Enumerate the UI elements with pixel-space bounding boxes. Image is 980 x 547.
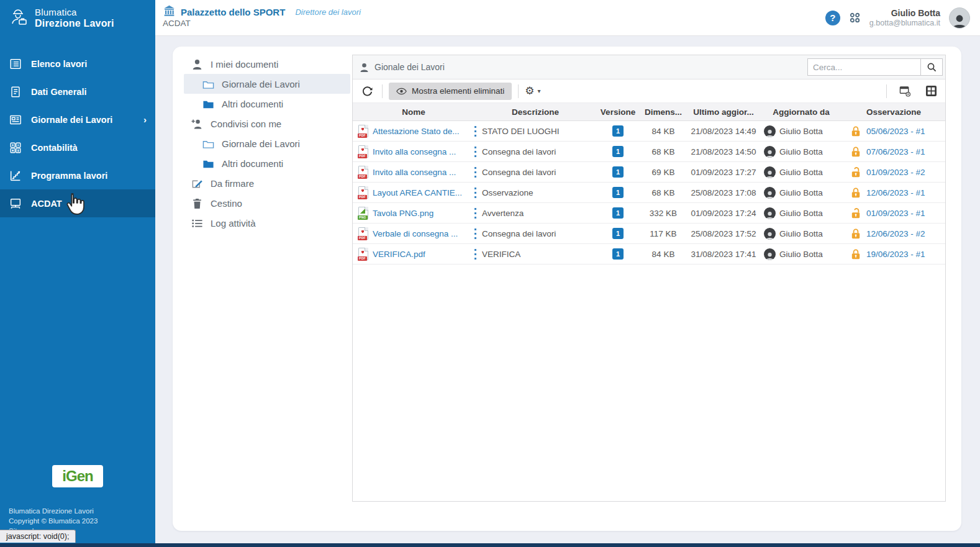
content-card: I miei documenti Giornale dei Lavori Alt…	[173, 47, 961, 531]
tree-item-da-firmare[interactable]: Da firmare	[184, 173, 350, 193]
sidebar-nav: Elenco lavori Dati Generali Giornale dei…	[0, 50, 155, 217]
toolbar-divider	[382, 84, 383, 98]
column-header-descrizione[interactable]: Descrizione	[474, 107, 596, 117]
brand-line2: Direzione Lavori	[35, 18, 114, 29]
calculator-icon	[9, 141, 22, 155]
tree-item-altri-documenti[interactable]: Altri documenti	[184, 94, 350, 114]
column-drag-handle-icon	[474, 208, 476, 219]
version-badge: 1	[612, 166, 624, 178]
observation-link[interactable]: 12/06/2023 - #2	[866, 229, 925, 238]
column-header-nome[interactable]: Nome	[353, 107, 474, 117]
sidebar-item-dati-generali[interactable]: Dati Generali	[0, 78, 155, 106]
apps-grid-icon[interactable]	[849, 12, 861, 24]
grid-view-button[interactable]	[923, 83, 939, 99]
building-icon	[163, 4, 176, 20]
user-avatar[interactable]	[949, 7, 970, 29]
table-row[interactable]: PDF Verbale di consegna ... Consegna dei…	[353, 224, 945, 244]
brand-line1: Blumatica	[35, 7, 114, 18]
topbar: Palazzetto dello SPORT Direttore dei lav…	[155, 0, 980, 36]
gantt-chart-icon	[9, 169, 22, 183]
column-header-versione[interactable]: Versione	[596, 107, 640, 117]
table-row[interactable]: PDF Attestazione Stato de... STATO DEI L…	[353, 121, 945, 142]
file-name-link[interactable]: Attestazione Stato de...	[373, 127, 460, 136]
version-badge: 1	[612, 125, 624, 137]
updated-by: Giulio Botta	[779, 168, 823, 177]
file-type-icon: PNG	[358, 207, 368, 220]
folder-open-icon	[202, 79, 214, 89]
table-row[interactable]: PDF VERIFICA.pdf VERIFICA 1 84 KB 31/08/…	[353, 244, 945, 264]
search-button[interactable]	[920, 58, 943, 76]
table-row[interactable]: PDF Layout AREA CANTIE... Osservazione 1…	[353, 183, 945, 203]
settings-dropdown[interactable]: ⚙ ▾	[525, 86, 540, 96]
row-avatar	[764, 207, 776, 219]
acdat-network-icon	[9, 197, 22, 210]
updated-at: 01/09/2023 17:24	[687, 209, 760, 218]
lock-icon	[851, 125, 861, 137]
updated-by: Giulio Botta	[779, 250, 823, 259]
observation-link[interactable]: 05/06/2023 - #1	[866, 127, 925, 136]
file-type-icon: PDF	[358, 145, 368, 158]
column-drag-handle-icon	[474, 188, 476, 198]
version-badge: 1	[612, 228, 624, 239]
lock-open-icon	[851, 207, 861, 219]
column-chooser-button[interactable]	[897, 83, 914, 99]
sidebar-item-acdat[interactable]: ACDAT	[0, 189, 155, 217]
tree-item-condivisi-con-me[interactable]: Condivisi con me	[184, 114, 350, 133]
file-name-link[interactable]: Verbale di consegna ...	[373, 229, 458, 238]
file-size: 68 KB	[640, 147, 687, 156]
toolbar-divider	[886, 84, 887, 98]
file-type-icon: PDF	[358, 125, 368, 138]
gear-icon: ⚙	[525, 86, 534, 96]
file-size: 69 KB	[640, 168, 687, 177]
sidebar-item-programma-lavori[interactable]: Programma lavori	[0, 161, 155, 189]
column-header-dimensione[interactable]: Dimens...	[640, 107, 687, 117]
column-header-osservazione[interactable]: Osservazione	[842, 107, 945, 117]
file-name-link[interactable]: Layout AREA CANTIE...	[373, 188, 462, 197]
observation-link[interactable]: 07/06/2023 - #1	[866, 147, 925, 156]
show-deleted-button[interactable]: Mostra elementi eliminati	[389, 83, 512, 100]
file-name-link[interactable]: Invito alla consegna ...	[373, 147, 456, 156]
sidebar-item-giornale-dei-lavori[interactable]: Giornale dei Lavori ›	[0, 106, 155, 133]
file-type-icon: PDF	[358, 186, 368, 199]
search-input[interactable]	[807, 58, 920, 76]
status-tooltip: javascript: void(0);	[0, 530, 76, 543]
page-bottom-bar	[0, 543, 980, 547]
table-row[interactable]: PNG Tavola PNG.png Avvertenza 1 332 KB 0…	[353, 203, 945, 224]
updated-at: 21/08/2023 14:49	[687, 127, 760, 136]
lock-icon	[851, 187, 861, 199]
sidebar-item-label: Elenco lavori	[31, 59, 87, 69]
row-avatar	[764, 187, 776, 199]
grid-view-icon	[926, 86, 937, 96]
row-avatar	[764, 166, 776, 178]
file-name-link[interactable]: VERIFICA.pdf	[373, 250, 425, 259]
sidebar-item-label: Dati Generali	[31, 87, 86, 97]
table-row[interactable]: PDF Invito alla consegna ... Consegna de…	[353, 162, 945, 183]
tree-item-log-attivita[interactable]: Log attività	[184, 213, 350, 233]
documents-panel: Gionale dei Lavori	[352, 55, 946, 502]
file-name-link[interactable]: Tavola PNG.png	[373, 209, 433, 218]
help-button[interactable]: ?	[825, 11, 840, 25]
observation-link[interactable]: 19/06/2023 - #1	[866, 250, 925, 259]
newspaper-icon	[9, 113, 22, 127]
sidebar-item-contabilita[interactable]: Contabilità	[0, 133, 155, 161]
sidebar-item-elenco-lavori[interactable]: Elenco lavori	[0, 50, 155, 78]
file-size: 84 KB	[640, 250, 687, 259]
panel-title: Gionale dei Lavori	[374, 62, 445, 72]
sidebar: Blumatica Direzione Lavori Elenco lavori…	[0, 0, 155, 547]
observation-link[interactable]: 01/09/2023 - #1	[866, 209, 925, 218]
table-row[interactable]: PDF Invito alla consegna ... Consegna de…	[353, 142, 945, 162]
tree-item-cestino[interactable]: Cestino	[184, 193, 350, 213]
refresh-button[interactable]	[359, 83, 376, 99]
column-drag-handle-icon	[474, 167, 476, 178]
tree-item-i-miei-documenti[interactable]: I miei documenti	[184, 54, 350, 74]
column-header-ultimo-aggiornamento[interactable]: Ultimo aggior...	[687, 107, 760, 117]
file-name-link[interactable]: Invito alla consegna ...	[373, 168, 456, 177]
tree-item-giornale-dei-lavori[interactable]: Giornale dei Lavori	[184, 74, 350, 94]
tree-item-altri-documenti-condivisi[interactable]: Altri documenti	[184, 153, 350, 173]
table-header: Nome Descrizione Versione Dimens... Ulti…	[353, 103, 945, 121]
tree-item-giornale-dei-lavori-condivisi[interactable]: Giornale dei Lavori	[184, 133, 350, 153]
observation-link[interactable]: 12/06/2023 - #1	[866, 188, 925, 197]
observation-link[interactable]: 01/09/2023 - #2	[866, 168, 925, 177]
version-badge: 1	[612, 187, 624, 198]
column-header-aggiornato-da[interactable]: Aggiornato da	[760, 107, 842, 117]
